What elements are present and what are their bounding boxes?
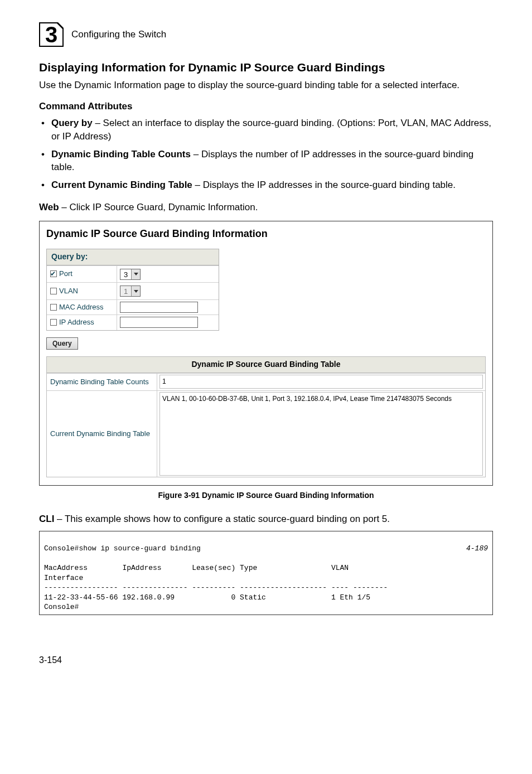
figure-caption: Figure 3-91 Dynamic IP Source Guard Bind… — [39, 490, 493, 501]
code-line: 11-22-33-44-55-66 192.168.0.99 0 Static … — [44, 593, 370, 602]
query-row-port: Port 3 — [47, 265, 219, 283]
query-button[interactable]: Query — [46, 337, 78, 350]
section-intro: Use the Dynamic Information page to disp… — [39, 79, 493, 92]
web-prefix: Web — [39, 202, 59, 212]
section-title: Displaying Information for Dynamic IP So… — [39, 59, 493, 75]
attribute-item: Current Dynamic Binding Table – Displays… — [39, 178, 493, 192]
attribute-name: Dynamic Binding Table Counts — [51, 149, 191, 159]
ip-checkbox[interactable] — [50, 319, 57, 326]
running-head: Configuring the Switch — [71, 28, 166, 41]
screenshot-title: Dynamic IP Source Guard Binding Informat… — [46, 227, 486, 241]
query-row-ip: IP Address — [47, 315, 219, 330]
results-row-counts: Dynamic Binding Table Counts 1 — [47, 373, 485, 390]
current-value-box: VLAN 1, 00-10-60-DB-37-6B, Unit 1, Port … — [159, 392, 483, 476]
results-row-current: Current Dynamic Binding Table VLAN 1, 00… — [47, 390, 485, 477]
code-line: Console#show ip source-guard binding — [44, 544, 201, 554]
page-number: 3-154 — [39, 654, 493, 666]
attribute-desc: – Select an interface to display the sou… — [51, 118, 491, 142]
mac-input[interactable] — [120, 302, 198, 313]
vlan-label: VLAN — [59, 286, 78, 296]
port-select[interactable]: 3 — [120, 269, 141, 280]
attribute-desc: – Displays the IP addresses in the sourc… — [192, 180, 456, 190]
mac-label: MAC Address — [59, 302, 103, 312]
code-block: Console#show ip source-guard binding4-18… — [39, 531, 493, 615]
screenshot-panel: Dynamic IP Source Guard Binding Informat… — [39, 221, 493, 486]
code-line: Interface — [44, 574, 83, 582]
chapter-icon: 3 — [39, 22, 64, 47]
web-text: – Click IP Source Guard, Dynamic Informa… — [59, 202, 258, 212]
code-line: Console# — [44, 603, 79, 611]
query-row-mac: MAC Address — [47, 299, 219, 315]
results-heading: Dynamic IP Source Guard Binding Table — [47, 357, 485, 373]
code-ref: 4-189 — [466, 544, 488, 554]
query-by-box: Query by: Port 3 VLAN 1 — [46, 249, 219, 331]
vlan-select[interactable]: 1 — [120, 286, 141, 297]
counts-value-box: 1 — [159, 375, 483, 389]
vlan-checkbox[interactable] — [50, 288, 57, 294]
attribute-item: Query by – Select an interface to displa… — [39, 117, 493, 143]
query-row-vlan: VLAN 1 — [47, 282, 219, 299]
port-value: 3 — [120, 269, 131, 279]
web-instruction: Web – Click IP Source Guard, Dynamic Inf… — [39, 201, 493, 214]
cli-instruction: CLI – This example shows how to configur… — [39, 512, 493, 526]
attribute-item: Dynamic Binding Table Counts – Displays … — [39, 148, 493, 175]
attribute-list: Query by – Select an interface to displa… — [39, 117, 493, 192]
attribute-name: Query by — [51, 118, 93, 128]
code-line: ----------------- --------------- ------… — [44, 583, 388, 592]
current-label: Current Dynamic Binding Table — [47, 391, 157, 477]
counts-label: Dynamic Binding Table Counts — [47, 374, 157, 390]
cli-prefix: CLI — [39, 514, 54, 524]
port-checkbox[interactable] — [50, 270, 57, 277]
code-line: MacAddress IpAddress Lease(sec) Type VLA… — [44, 564, 349, 572]
query-heading: Query by: — [47, 249, 219, 265]
port-label: Port — [59, 269, 72, 279]
ip-input[interactable] — [120, 317, 198, 328]
chevron-down-icon — [131, 286, 140, 296]
vlan-value: 1 — [120, 286, 131, 296]
cli-text: – This example shows how to configure a … — [54, 514, 390, 524]
counts-value: 1 — [160, 375, 482, 388]
attribute-name: Current Dynamic Binding Table — [51, 180, 192, 190]
current-value: VLAN 1, 00-10-60-DB-37-6B, Unit 1, Port … — [160, 393, 482, 405]
ip-label: IP Address — [59, 317, 94, 327]
results-table: Dynamic IP Source Guard Binding Table Dy… — [46, 356, 486, 477]
command-attributes-heading: Command Attributes — [39, 100, 493, 113]
chevron-down-icon — [131, 269, 140, 279]
mac-checkbox[interactable] — [50, 304, 57, 311]
